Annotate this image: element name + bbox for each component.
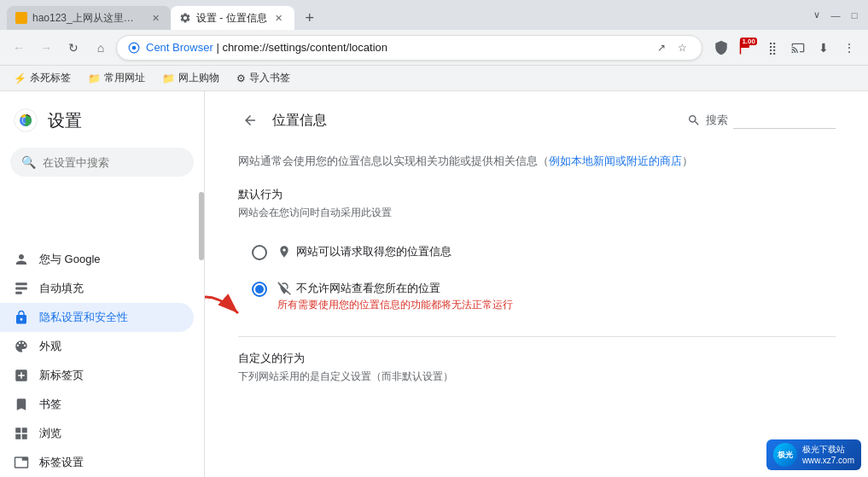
autofill-icon bbox=[14, 281, 29, 296]
default-behavior-subtitle: 网站会在您访问时自动采用此设置 bbox=[238, 206, 836, 220]
sidebar: 设置 🔍 您与 Google 自动填充 bbox=[0, 91, 205, 477]
flag-icon[interactable]: 1.00 bbox=[735, 36, 759, 60]
svg-rect-8 bbox=[15, 282, 27, 285]
sidebar-search-bar[interactable]: 🔍 bbox=[10, 148, 194, 177]
lock-icon bbox=[14, 310, 29, 325]
minimize-button[interactable]: — bbox=[829, 9, 842, 22]
sidebar-item-privacy-label: 隐私设置和安全性 bbox=[39, 310, 128, 325]
tab-label-hao123: hao123_上网从这里开始 bbox=[32, 11, 143, 26]
site-favicon bbox=[127, 41, 141, 55]
settings-title: 设置 bbox=[48, 109, 82, 132]
newtab-icon bbox=[14, 368, 29, 383]
gear-small-icon: ⚙ bbox=[236, 73, 246, 84]
scrollbar-thumb[interactable] bbox=[199, 192, 204, 260]
bookmark-shopping[interactable]: 📁 网上购物 bbox=[155, 69, 226, 87]
svg-rect-9 bbox=[15, 288, 27, 290]
person-icon bbox=[14, 252, 29, 267]
watermark-line2: www.xz7.com bbox=[802, 455, 854, 466]
sidebar-item-appearance[interactable]: 外观 bbox=[0, 332, 194, 361]
chevron-down-icon[interactable]: ∨ bbox=[810, 9, 824, 22]
watermark-line1: 极光下载站 bbox=[802, 444, 854, 455]
new-tab-button[interactable]: + bbox=[298, 6, 322, 30]
watermark: 极光 极光下载站 www.xz7.com bbox=[766, 439, 861, 470]
maximize-button[interactable]: □ bbox=[848, 9, 861, 22]
location-off-icon bbox=[277, 282, 291, 295]
content-search-icon bbox=[687, 113, 701, 127]
svg-rect-12 bbox=[22, 428, 27, 433]
tab-label-settings: 设置 - 位置信息 bbox=[196, 11, 267, 26]
address-text: Cent Browser | chrome://settings/content… bbox=[146, 41, 647, 54]
watermark-logo: 极光 bbox=[773, 443, 797, 467]
sidebar-item-browsing[interactable]: 浏览 bbox=[0, 419, 194, 448]
address-bar[interactable]: Cent Browser | chrome://settings/content… bbox=[116, 35, 702, 61]
bookmark-icon bbox=[14, 397, 29, 412]
tab-close-settings[interactable]: ✕ bbox=[272, 11, 286, 25]
tab-close-hao123[interactable]: ✕ bbox=[149, 11, 162, 25]
page-search-area: 搜索 bbox=[687, 112, 836, 129]
tab-strip: hao123_上网从这里开始 ✕ 设置 - 位置信息 ✕ + bbox=[7, 0, 810, 30]
share-icon[interactable]: ↗ bbox=[652, 38, 671, 57]
page-title: 位置信息 bbox=[272, 112, 677, 130]
page-header: 位置信息 搜索 bbox=[238, 108, 836, 139]
browser-window: hao123_上网从这里开始 ✕ 设置 - 位置信息 ✕ + ∨ — □ ← →… bbox=[0, 0, 868, 477]
more-menu-icon[interactable]: ⋮ bbox=[837, 36, 861, 60]
shield-icon[interactable] bbox=[709, 36, 733, 60]
content-back-button[interactable] bbox=[238, 108, 262, 132]
bookmark-star-icon[interactable]: ☆ bbox=[673, 38, 691, 57]
sidebar-item-browsing-label: 浏览 bbox=[39, 426, 61, 441]
radio-block[interactable]: 不允许网站查看您所在的位置 所有需要使用您的位置信息的功能都将无法正常运行 bbox=[238, 270, 836, 323]
back-button[interactable]: ← bbox=[7, 36, 31, 60]
sidebar-item-newtab[interactable]: 新标签页 bbox=[0, 361, 194, 390]
radio-group: 网站可以请求取得您的位置信息 不允许网站查看您所在的位置 所有需要使用 bbox=[238, 234, 836, 323]
radio-allow[interactable]: 网站可以请求取得您的位置信息 bbox=[238, 234, 836, 270]
sidebar-item-google[interactable]: 您与 Google bbox=[0, 245, 194, 274]
tab-settings[interactable]: 设置 - 位置信息 ✕ bbox=[171, 6, 294, 30]
apps-icon[interactable]: ⣿ bbox=[760, 36, 784, 60]
bookmark-common-sites[interactable]: 📁 常用网址 bbox=[81, 69, 152, 87]
download-icon[interactable]: ⬇ bbox=[812, 36, 836, 60]
location-pin-icon bbox=[277, 245, 291, 259]
sidebar-item-tabsettings-label: 标签设置 bbox=[39, 455, 84, 470]
bookmark-kill-tabs-label: 杀死标签 bbox=[30, 71, 71, 85]
forward-button[interactable]: → bbox=[34, 36, 58, 60]
bookmark-import[interactable]: ⚙ 导入书签 bbox=[230, 69, 297, 87]
tab-favicon-settings bbox=[179, 12, 191, 24]
flag-badge: 1.00 bbox=[740, 38, 757, 45]
radio-allow-label: 网站可以请求取得您的位置信息 bbox=[277, 244, 822, 259]
sidebar-item-privacy[interactable]: 隐私设置和安全性 bbox=[0, 303, 194, 332]
home-button[interactable]: ⌂ bbox=[89, 36, 113, 60]
content-area: 位置信息 搜索 网站通常会使用您的位置信息以实现相关功能或提供相关信息（例如本地… bbox=[205, 91, 868, 477]
sidebar-item-autofill[interactable]: 自动填充 bbox=[0, 274, 194, 303]
svg-rect-13 bbox=[15, 434, 20, 439]
bookmark-shopping-label: 网上购物 bbox=[178, 71, 219, 85]
sidebar-item-tabsettings[interactable]: 标签设置 bbox=[0, 448, 194, 477]
radio-block-label: 不允许网站查看您所在的位置 bbox=[277, 281, 822, 296]
watermark-text: 极光下载站 www.xz7.com bbox=[802, 444, 854, 466]
radio-block-text: 不允许网站查看您所在的位置 bbox=[296, 281, 440, 296]
sidebar-search-input[interactable] bbox=[43, 156, 186, 169]
kill-tabs-icon: ⚡ bbox=[14, 73, 26, 84]
radio-allow-circle bbox=[252, 245, 267, 260]
sidebar-item-bookmarks[interactable]: 书签 bbox=[0, 390, 194, 419]
description-highlight: 例如本地新闻或附近的商店 bbox=[549, 154, 682, 167]
window-controls: ∨ — □ bbox=[810, 9, 861, 22]
bookmark-import-label: 导入书签 bbox=[249, 71, 290, 85]
address-actions: ↗ ☆ bbox=[652, 38, 691, 57]
tab-hao123[interactable]: hao123_上网从这里开始 ✕ bbox=[7, 6, 171, 30]
navbar: ← → ↻ ⌂ Cent Browser | chrome://settings… bbox=[0, 30, 868, 66]
sidebar-item-bookmarks-label: 书签 bbox=[39, 397, 61, 412]
annotation-arrow bbox=[205, 289, 251, 334]
content-inner: 位置信息 搜索 网站通常会使用您的位置信息以实现相关功能或提供相关信息（例如本地… bbox=[213, 91, 861, 401]
bookmark-common-sites-label: 常用网址 bbox=[104, 71, 145, 85]
page-search-input[interactable] bbox=[733, 112, 836, 129]
refresh-button[interactable]: ↻ bbox=[61, 36, 85, 60]
bookmark-kill-tabs[interactable]: ⚡ 杀死标签 bbox=[7, 69, 78, 87]
cast-icon[interactable] bbox=[786, 36, 810, 60]
svg-point-1 bbox=[132, 45, 137, 49]
titlebar: hao123_上网从这里开始 ✕ 设置 - 位置信息 ✕ + ∨ — □ bbox=[0, 0, 868, 30]
search-icon: 🔍 bbox=[21, 155, 36, 169]
chrome-logo-icon bbox=[14, 108, 38, 132]
settings-header: 设置 bbox=[0, 91, 204, 141]
radio-block-content: 不允许网站查看您所在的位置 所有需要使用您的位置信息的功能都将无法正常运行 bbox=[277, 281, 822, 312]
tab-settings-icon bbox=[14, 455, 29, 470]
